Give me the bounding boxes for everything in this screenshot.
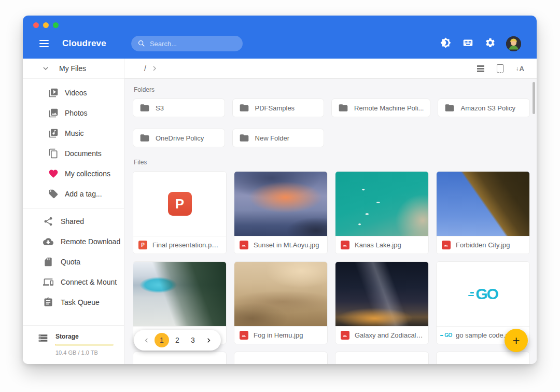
file-card-forbidden-city[interactable]: Forbidden City.jpg [436,171,530,254]
breadcrumb-bar: / ↓A [124,59,537,79]
image-file-icon [341,331,349,340]
folder-card-amazon-s3-policy[interactable]: Amazon S3 Policy [438,99,530,117]
file-card-partial[interactable] [133,352,227,364]
file-thumbnail: P [133,172,226,236]
main-panel: / ↓A Folders [124,59,537,364]
folder-card-onedrive-policy[interactable]: OneDrive Policy [133,129,225,147]
search-input[interactable] [150,40,236,48]
music-library-icon [48,128,59,138]
storage-usage: 10.4 GB / 1.0 TB [55,349,114,356]
pagination-next-button[interactable] [201,333,216,347]
folder-card-pdfsamples[interactable]: PDFSamples [232,99,325,117]
file-thumbnail [437,172,529,236]
list-view-button[interactable] [475,64,486,74]
file-thumbnail [133,262,226,326]
sidebar-item-photos[interactable]: Photos [23,103,124,123]
image-file-icon [341,241,349,249]
photo-library-icon [48,108,59,118]
sidebar-library-group: Videos Photos Music Documents [23,79,124,204]
folders-section-label: Folders [133,86,530,93]
sidebar-item-task-queue[interactable]: Task Queue [23,292,124,312]
image-file-icon [240,241,248,249]
avatar-image [506,36,521,51]
sd-card-icon [43,257,53,267]
sidebar-item-documents[interactable]: Documents [23,143,124,163]
file-thumbnail [234,172,327,236]
pagination-page-2[interactable]: 2 [170,333,185,347]
sidebar-item-videos[interactable]: Videos [23,82,124,103]
add-button[interactable]: + [505,329,528,352]
close-window-button[interactable] [33,22,39,28]
chevron-right-icon [205,337,213,344]
menu-button[interactable] [37,38,51,49]
sidebar-section-my-files[interactable]: My Files [23,59,124,79]
shortcuts-button[interactable] [460,35,475,52]
add-tag-icon [48,189,59,199]
video-library-icon [48,88,59,98]
file-card-kanas-lake[interactable]: Kanas Lake.jpg [335,171,429,254]
sidebar-item-my-collections[interactable]: My collections [23,163,124,184]
scrollbar-thumb[interactable] [533,82,535,114]
search-bar[interactable] [131,36,243,51]
file-card-sunset[interactable]: Sunset in Mt.Aoyu.jpg [234,171,328,254]
window-controls [23,16,537,28]
file-card-galaxy[interactable]: Galaxy and Zodiacal ... [335,261,429,344]
pagination-page-3[interactable]: 3 [186,333,200,347]
image-file-icon [240,331,248,340]
brightness-icon [440,37,451,50]
folder-icon [139,133,150,143]
documents-icon [48,148,59,159]
powerpoint-icon: P [168,192,192,216]
theme-toggle-button[interactable] [438,35,453,52]
sidebar-nav-group: Shared Remote Download Quota Connect & M… [23,209,124,312]
sidebar: My Files Videos Photos Music [23,59,124,364]
image-file-icon [442,241,451,249]
folder-icon [239,103,249,113]
folder-card-remote-machine-policy[interactable]: Remote Machine Poli... [331,99,430,117]
desktop-background: Cloudreve [0,0,560,392]
file-card-partial[interactable] [436,352,530,364]
settings-button[interactable] [483,35,498,52]
folder-card-s3[interactable]: S3 [133,99,225,117]
file-thumbnail: GO [437,262,529,326]
heart-icon [48,169,59,179]
powerpoint-file-icon: P [138,241,147,249]
pagination-page-1[interactable]: 1 [155,333,169,347]
breadcrumb-root[interactable]: / [140,62,150,75]
chevron-left-icon [143,337,150,344]
user-avatar[interactable] [506,36,521,51]
file-card-fog-in-hemu[interactable]: Fog in Hemu.jpg [234,261,328,344]
go-file-icon: GO [442,331,451,340]
sidebar-item-add-tag[interactable]: Add a tag... [23,184,124,204]
file-card-partial[interactable] [234,352,328,364]
storage-bar-fill [55,344,56,346]
folder-icon [139,103,150,113]
folder-card-new-folder[interactable]: New Folder [232,129,325,147]
share-icon [43,216,53,227]
keyboard-icon [463,37,473,50]
breadcrumb-chevron-icon [150,64,159,73]
task-queue-icon [43,297,53,307]
storage-label: Storage [55,333,114,340]
sidebar-item-music[interactable]: Music [23,123,124,143]
folders-grid: S3 PDFSamples Remote Machine Poli... [133,99,530,147]
sidebar-item-remote-download[interactable]: Remote Download [23,231,124,251]
file-card-final-presentation[interactable]: P P Final presentation.pp... [133,171,227,254]
pagination-style-button[interactable] [495,63,505,74]
cloud-download-icon [43,236,53,247]
sidebar-item-quota[interactable]: Quota [23,251,124,272]
sort-button[interactable]: ↓A [514,63,526,74]
maximize-window-button[interactable] [53,22,59,28]
list-view-icon [477,65,484,72]
sidebar-item-shared[interactable]: Shared [23,211,124,231]
app-header: Cloudreve [23,16,537,59]
minimize-window-button[interactable] [43,22,49,28]
chevron-down-icon [41,64,50,73]
devices-icon [43,277,53,287]
sidebar-item-connect-mount[interactable]: Connect & Mount [23,272,124,292]
storage-progress-bar [55,344,114,346]
sort-icon: ↓A [516,65,524,73]
file-card-partial[interactable] [335,352,429,364]
pagination-prev-button[interactable] [139,333,153,347]
my-files-label: My Files [59,64,86,73]
